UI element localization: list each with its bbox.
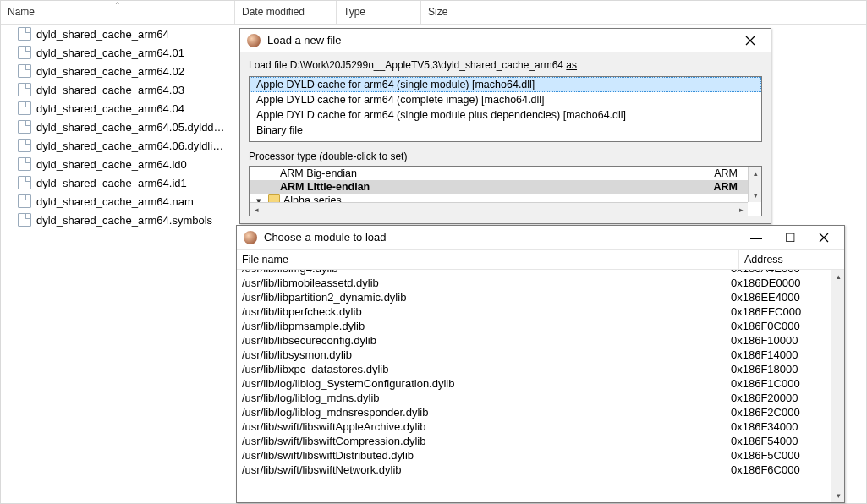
scroll-up-icon[interactable]: ▴	[749, 167, 762, 180]
file-row[interactable]: dyld_shared_cache_arm64.id0	[1, 155, 235, 173]
file-name: dyld_shared_cache_arm64.nam	[36, 195, 194, 208]
module-filename: /usr/lib/libpmsample.dylib	[237, 320, 726, 332]
column-header-filename[interactable]: File name	[237, 250, 739, 269]
module-filename: /usr/lib/log/liblog_mdns.dylib	[237, 392, 726, 404]
module-filename: /usr/lib/libperfcheck.dylib	[237, 305, 726, 318]
scroll-down-icon[interactable]: ▾	[831, 489, 845, 502]
module-filename: /usr/lib/swift/libswiftDistributed.dylib	[237, 449, 726, 462]
file-row[interactable]: dyld_shared_cache_arm64	[1, 25, 235, 43]
sort-ascending-icon: ⌃	[114, 1, 121, 9]
processor-arch: ARM	[704, 167, 741, 179]
processor-option[interactable]: ▾Alpha series	[250, 194, 748, 202]
processor-hscrollbar[interactable]: ◂ ▸	[250, 202, 748, 216]
file-row[interactable]: dyld_shared_cache_arm64.04	[1, 99, 235, 118]
column-header-type[interactable]: Type	[337, 1, 421, 24]
file-name: dyld_shared_cache_arm64.symbols	[36, 214, 212, 227]
processor-option[interactable]: ARM Little-endianARM	[250, 180, 748, 194]
processor-name: ARM Little-endian	[280, 181, 704, 193]
file-name: dyld_shared_cache_arm64.03	[36, 84, 184, 96]
module-row[interactable]: /usr/lib/libsecureconfig.dylib0x186F1000…	[237, 333, 831, 348]
file-row[interactable]: dyld_shared_cache_arm64.symbols	[1, 211, 235, 229]
module-address: 0x186F2C000	[726, 406, 831, 419]
module-filename: /usr/lib/libmobileassetd.dylib	[237, 277, 726, 289]
processor-arch: ARM	[704, 181, 741, 193]
file-icon	[18, 213, 31, 227]
module-address: 0x186F54000	[726, 435, 831, 447]
dialog1-titlebar[interactable]: Load a new file	[240, 29, 771, 52]
module-row[interactable]: /usr/lib/swift/libswiftDistributed.dylib…	[237, 448, 831, 463]
file-name: dyld_shared_cache_arm64.id0	[36, 158, 187, 171]
processor-arch	[704, 194, 741, 202]
dialog2-minimize-button[interactable]: —	[739, 227, 773, 249]
module-filename: /usr/lib/libimg4.dylib	[237, 270, 726, 275]
file-row[interactable]: dyld_shared_cache_arm64.06.dyldlinkedit	[1, 136, 235, 155]
file-icon	[18, 157, 31, 171]
file-icon	[18, 194, 31, 208]
scroll-up-icon[interactable]: ▴	[831, 270, 845, 283]
module-row[interactable]: /usr/lib/libmobileassetd.dylib0x186DE000…	[237, 276, 831, 290]
processor-vscrollbar[interactable]: ▴ ▾	[748, 167, 761, 202]
scroll-right-icon[interactable]: ▸	[734, 203, 748, 216]
module-row[interactable]: /usr/lib/swift/libswiftCompression.dylib…	[237, 434, 831, 448]
file-name: dyld_shared_cache_arm64.01	[36, 47, 184, 59]
column-header-date[interactable]: Date modified	[235, 1, 337, 24]
column-header-address[interactable]: Address	[739, 250, 844, 269]
module-address: 0x186F0C000	[726, 320, 831, 332]
file-row[interactable]: dyld_shared_cache_arm64.05.dylddata	[1, 118, 235, 136]
processor-option[interactable]: ARM Big-endianARM	[250, 167, 748, 180]
file-row[interactable]: dyld_shared_cache_arm64.nam	[1, 192, 235, 211]
module-row[interactable]: /usr/lib/libsysmon.dylib0x186F14000	[237, 348, 831, 362]
module-address: 0x186A4E000	[726, 270, 831, 275]
processor-type-list[interactable]: ARM Big-endianARMARM Little-endianARM▾Al…	[250, 167, 748, 202]
column-name-label: Name	[8, 6, 35, 18]
dialog2-maximize-button[interactable]: ☐	[773, 227, 807, 249]
dialog2-titlebar[interactable]: Choose a module to load — ☐	[237, 226, 844, 249]
module-address: 0x186F1C000	[726, 377, 831, 390]
file-format-option[interactable]: Binary file	[250, 123, 761, 138]
module-filename: /usr/lib/swift/libswiftAppleArchive.dyli…	[237, 420, 726, 433]
file-row[interactable]: dyld_shared_cache_arm64.01	[1, 43, 235, 62]
scroll-left-icon[interactable]: ◂	[250, 203, 263, 216]
module-row[interactable]: /usr/lib/libpmsample.dylib0x186F0C000	[237, 319, 831, 333]
choose-module-dialog: Choose a module to load — ☐ File name Ad…	[236, 225, 845, 503]
dialog2-close-button[interactable]	[807, 227, 841, 249]
module-row[interactable]: /usr/lib/log/liblog_mdns.dylib0x186F2000…	[237, 391, 831, 405]
file-name: dyld_shared_cache_arm64.02	[36, 65, 184, 78]
module-row[interactable]: /usr/lib/libperfcheck.dylib0x186EFC000	[237, 304, 831, 319]
file-format-option[interactable]: Apple DYLD cache for arm64 (single modul…	[250, 77, 761, 92]
file-row[interactable]: dyld_shared_cache_arm64.02	[1, 62, 235, 80]
module-list[interactable]: /usr/lib/libimg4.dylib0x186A4E000/usr/li…	[237, 270, 831, 502]
module-filename: /usr/lib/swift/libswiftNetwork.dylib	[237, 463, 726, 476]
maximize-icon: ☐	[785, 231, 796, 244]
module-vscrollbar[interactable]: ▴ ▾	[831, 270, 844, 502]
module-list-header: File name Address	[237, 249, 844, 270]
module-row[interactable]: /usr/lib/swift/libswiftAppleArchive.dyli…	[237, 419, 831, 434]
minimize-icon: —	[750, 231, 762, 244]
module-filename: /usr/lib/libsysmon.dylib	[237, 348, 726, 361]
module-row[interactable]: /usr/lib/libpartition2_dynamic.dylib0x18…	[237, 290, 831, 304]
file-format-option[interactable]: Apple DYLD cache for arm64 (complete ima…	[250, 92, 761, 107]
module-filename: /usr/lib/swift/libswiftCompression.dylib	[237, 435, 726, 447]
module-row[interactable]: /usr/lib/log/liblog_mdnsresponder.dylib0…	[237, 405, 831, 419]
file-format-list[interactable]: Apple DYLD cache for arm64 (single modul…	[249, 76, 762, 142]
file-row[interactable]: dyld_shared_cache_arm64.id1	[1, 173, 235, 192]
file-name: dyld_shared_cache_arm64.06.dyldlinkedit	[36, 140, 228, 152]
processor-name: Alpha series	[283, 194, 704, 202]
module-row[interactable]: /usr/lib/log/liblog_SystemConfiguration.…	[237, 376, 831, 391]
module-row[interactable]: /usr/lib/libimg4.dylib0x186A4E000	[237, 270, 831, 276]
module-address: 0x186DE0000	[726, 277, 831, 289]
file-format-option[interactable]: Apple DYLD cache for arm64 (single modul…	[250, 107, 761, 123]
tree-expand-icon[interactable]: ▾	[256, 195, 261, 202]
module-row[interactable]: /usr/lib/swift/libswiftNetwork.dylib0x18…	[237, 463, 831, 477]
file-row[interactable]: dyld_shared_cache_arm64.03	[1, 80, 235, 99]
processor-type-label: Processor type (double-click to set)	[249, 151, 762, 162]
column-header-name[interactable]: ⌃ Name	[1, 1, 235, 24]
scroll-down-icon[interactable]: ▾	[749, 189, 762, 202]
file-icon	[18, 64, 31, 78]
folder-icon	[268, 194, 280, 202]
load-file-dialog: Load a new file Load file D:\Work\20J529…	[239, 28, 771, 224]
dialog2-title: Choose a module to load	[264, 231, 739, 244]
dialog1-close-button[interactable]	[733, 30, 767, 52]
module-row[interactable]: /usr/lib/libxpc_datastores.dylib0x186F18…	[237, 362, 831, 376]
column-header-size[interactable]: Size	[421, 1, 489, 24]
